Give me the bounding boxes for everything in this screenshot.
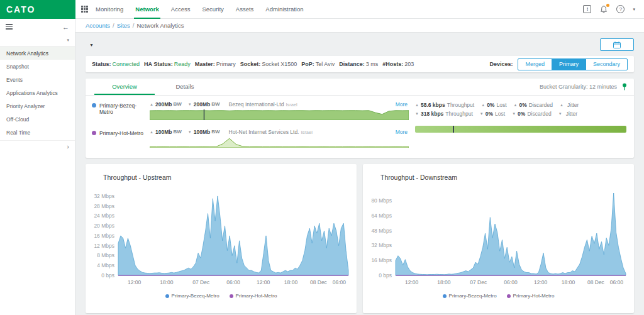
links-overview-body: Primary-Bezeq-Metro ▲ 200Mb BW ▼ (86, 96, 634, 157)
up-arrow-icon: ▲ (514, 103, 518, 107)
legend-item-bezeq[interactable]: Primary-Bezeq-Metro (443, 293, 497, 299)
pop-field: PoP:Tel Aviv (301, 61, 335, 67)
legend-label: Primary-Hot-Metro (513, 293, 555, 299)
nav-item-monitoring[interactable]: Monitoring (96, 0, 123, 19)
down-arrow-icon: ▼ (480, 112, 484, 116)
svg-text:06:00: 06:00 (504, 279, 518, 285)
tabs-row: Overview Details Bucket Granularity: 12 … (86, 79, 634, 96)
up-arrow-icon: ▲ (150, 130, 153, 134)
collapse-sidebar-icon[interactable]: ← (62, 23, 69, 31)
upstream-chart: 0 bps4 Mbps8 Mbps12 Mbps16 Mbps20 Mbps24… (89, 184, 353, 292)
sidebar-item-applications-analytics[interactable]: Applications Analytics (0, 86, 75, 99)
svg-text:80 Mbps: 80 Mbps (371, 197, 392, 204)
more-link[interactable]: More (396, 129, 409, 135)
sidebar-item-real-time[interactable]: Real Time (0, 126, 75, 139)
legend-item-hot[interactable]: Primary-Hot-Metro (507, 293, 555, 299)
sidebar-expand-control[interactable]: › (0, 140, 75, 152)
breadcrumb-current: Network Analytics (136, 22, 184, 29)
svg-text:12 Mbps: 12 Mbps (94, 243, 114, 249)
chevron-down-icon: ▾ (67, 38, 69, 43)
date-range-button[interactable] (600, 38, 634, 51)
sidebar-item-snapshot[interactable]: Snapshot (0, 60, 75, 73)
isp-country: Israel (286, 102, 297, 108)
nav-item-assets[interactable]: Assets (236, 0, 254, 19)
svg-text:4 Mbps: 4 Mbps (97, 262, 114, 268)
sidebar-item-events[interactable]: Events (0, 73, 75, 86)
upstream-bw: ▲ 100Mb BW (150, 129, 182, 135)
svg-text:48 Mbps: 48 Mbps (371, 228, 392, 234)
legend-dot (230, 294, 233, 298)
nav-item-administration[interactable]: Administration (265, 0, 303, 19)
pin-icon[interactable] (621, 83, 628, 91)
breadcrumb: Accounts / Sites / Network Analytics (75, 19, 644, 33)
up-arrow-icon: ▲ (481, 103, 485, 107)
nav-item-access[interactable]: Access (171, 0, 191, 19)
legend-label: Primary-Bezeq-Metro (172, 293, 219, 299)
account-chevron-down-icon[interactable]: ▾ (633, 7, 635, 12)
breadcrumb-sites[interactable]: Sites (117, 22, 130, 29)
sidebar-section-toggle[interactable]: ▾ (0, 35, 75, 47)
down-arrow-icon: ▼ (188, 130, 192, 134)
tab-overview[interactable]: Overview (94, 79, 155, 95)
devices-selector: Devices: Merged Primary Secondary (489, 58, 628, 70)
apps-grid-glyph (81, 6, 88, 13)
announcement-icon[interactable]: ! (583, 5, 591, 13)
sidebar-item-off-cloud[interactable]: Off-Cloud (0, 113, 75, 126)
link-detail-hot: ▲ 100Mb BW ▼ 100Mb BW Ho (150, 127, 409, 155)
legend-item-hot[interactable]: Primary-Hot-Metro (230, 293, 277, 299)
more-link[interactable]: More (396, 101, 409, 108)
legend-dot (165, 294, 169, 298)
hosts-field: #Hosts:203 (382, 61, 414, 67)
upstream-bw: ▲ 200Mb BW (150, 101, 182, 108)
chart-title: Throughput - Downstream (363, 164, 634, 181)
devices-primary-button[interactable]: Primary (552, 58, 586, 70)
status-fields: Status:Connected HA Status:Ready Master:… (92, 61, 414, 67)
chart-title: Throughput - Upstream (86, 164, 357, 181)
main-nav: Monitoring Network Access Security Asset… (96, 0, 304, 19)
quality-bar-marker[interactable] (453, 126, 454, 133)
notification-badge (606, 4, 609, 7)
sidebar-item-network-analytics[interactable]: Network Analytics (0, 47, 75, 60)
downstream-bw: ▼ 200Mb BW (188, 101, 220, 108)
legend-label: Primary-Hot-Metro (236, 293, 277, 299)
distance-field: Distance:3 ms (339, 61, 378, 67)
tab-details[interactable]: Details (155, 79, 215, 95)
sidebar-item-priority-analyzer[interactable]: Priority Analyzer (0, 99, 75, 113)
legend-dot (443, 294, 447, 298)
link-name-bezeq[interactable]: Primary-Bezeq-Metro (92, 99, 150, 127)
nav-item-network[interactable]: Network (135, 0, 158, 19)
svg-text:16 Mbps: 16 Mbps (371, 257, 392, 263)
charts-row: Throughput - Upstream 0 bps4 Mbps8 Mbps1… (86, 164, 634, 313)
svg-text:06:00: 06:00 (226, 279, 240, 285)
breadcrumb-accounts[interactable]: Accounts (86, 22, 110, 29)
help-icon[interactable]: ? (616, 5, 625, 13)
devices-merged-button[interactable]: Merged (518, 58, 552, 70)
svg-text:06:00: 06:00 (609, 279, 623, 285)
svg-text:24 Mbps: 24 Mbps (94, 213, 114, 219)
ha-status-field: HA Status:Ready (144, 61, 191, 67)
menu-icon[interactable] (6, 24, 13, 30)
apps-grid-icon[interactable] (81, 6, 88, 13)
link-name-hot[interactable]: Primary-Hot-Metro (92, 127, 150, 155)
svg-text:06:00: 06:00 (332, 279, 346, 285)
isp-name: Bezeq International-LtdIsrael (229, 101, 297, 108)
devices-secondary-button[interactable]: Secondary (586, 58, 628, 70)
notifications-bell-icon[interactable] (599, 5, 608, 14)
devices-button-group: Merged Primary Secondary (518, 58, 628, 70)
legend-dot (507, 294, 511, 298)
link-color-dot (92, 131, 96, 135)
top-bar: CATO Monitoring Network Access Security … (0, 0, 644, 19)
site-filter-dropdown-icon[interactable]: ▼ (86, 43, 94, 47)
svg-text:16 Mbps: 16 Mbps (94, 233, 114, 239)
down-arrow-icon: ▼ (512, 112, 516, 116)
svg-text:20 Mbps: 20 Mbps (94, 223, 114, 229)
svg-text:12:00: 12:00 (127, 279, 141, 285)
cato-logo[interactable]: CATO (0, 0, 75, 19)
svg-text:8 Mbps: 8 Mbps (97, 252, 114, 258)
link-name-label: Primary-Bezeq-Metro (99, 102, 150, 115)
nav-item-security[interactable]: Security (202, 0, 223, 19)
up-arrow-icon: ▲ (560, 103, 564, 107)
link-color-dot (92, 103, 96, 108)
bucket-granularity-label: Bucket Granularity: 12 minutes (540, 84, 617, 90)
legend-item-bezeq[interactable]: Primary-Bezeq-Metro (165, 293, 219, 299)
